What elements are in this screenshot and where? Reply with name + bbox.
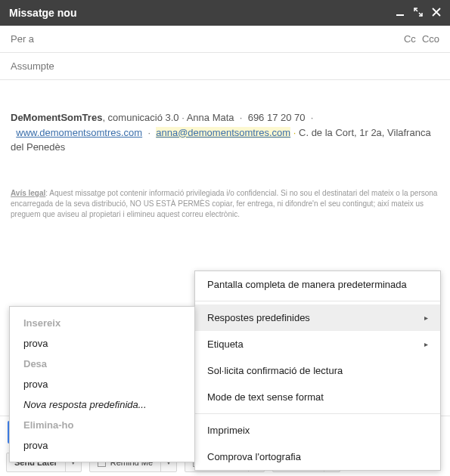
legal-notice: Avís legal: Aquest missatge pot contenir… xyxy=(0,188,450,220)
menu-spellcheck[interactable]: Comprova l'ortografia xyxy=(195,444,440,470)
legal-text: : Aquest missatge pot contenir informaci… xyxy=(11,189,437,218)
more-options-menu: Pantalla completa de manera predetermina… xyxy=(194,270,441,471)
submenu-delete-item[interactable]: prova xyxy=(10,435,194,456)
sig-person: Anna Mata xyxy=(187,112,234,123)
canned-response-submenu: Insereix prova Desa prova Nova resposta … xyxy=(9,306,195,462)
menu-label[interactable]: Etiqueta xyxy=(195,331,440,357)
sig-company: DeMomentSomTres xyxy=(11,112,102,123)
window-controls xyxy=(396,8,441,19)
sig-email-link[interactable]: anna@demomentsomtres.com xyxy=(156,127,290,138)
submenu-save-item[interactable]: prova xyxy=(10,374,194,394)
compose-header: Missatge nou xyxy=(0,0,450,26)
menu-print[interactable]: Imprimeix xyxy=(195,417,440,444)
submenu-save-header: Desa xyxy=(10,354,194,374)
compose-title: Missatge nou xyxy=(9,7,76,19)
expand-icon[interactable] xyxy=(414,8,423,19)
submenu-insert-header: Insereix xyxy=(10,313,194,333)
recipients-row: Per a Cc Cco xyxy=(0,26,450,53)
submenu-insert-item[interactable]: prova xyxy=(10,333,194,354)
menu-canned-responses[interactable]: Respostes predefinides xyxy=(195,304,440,331)
sig-phone: 696 17 20 70 xyxy=(248,112,306,123)
menu-fullscreen[interactable]: Pantalla completa de manera predetermina… xyxy=(195,271,440,298)
legal-title: Avís legal xyxy=(11,189,45,197)
to-label: Per a xyxy=(11,33,34,45)
menu-plain-text[interactable]: Mode de text sense format xyxy=(195,384,440,410)
cc-toggle[interactable]: Cc xyxy=(404,33,416,45)
submenu-new-response[interactable]: Nova resposta predefinida... xyxy=(10,394,194,415)
menu-read-receipt[interactable]: Sol·licita confirmació de lectura xyxy=(195,357,440,384)
to-input[interactable] xyxy=(34,33,404,45)
minimize-icon[interactable] xyxy=(396,8,405,19)
bcc-toggle[interactable]: Cco xyxy=(422,33,439,45)
submenu-delete-header: Elimina-ho xyxy=(10,415,194,435)
close-icon[interactable] xyxy=(432,8,441,19)
sig-tagline: comunicació 3.0 xyxy=(108,112,179,123)
svg-rect-0 xyxy=(396,14,404,16)
sig-web-link[interactable]: www.demomentsomtres.com xyxy=(16,127,142,138)
subject-input[interactable] xyxy=(11,60,439,72)
message-body[interactable]: DeMomentSomTres, comunicació 3.0 · Anna … xyxy=(0,80,450,165)
subject-row xyxy=(0,53,450,80)
